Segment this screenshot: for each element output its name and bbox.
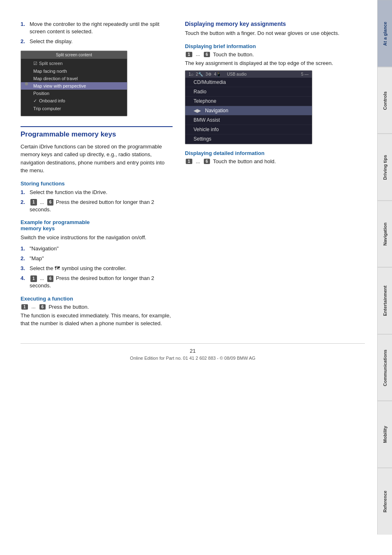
two-column-layout: 1. Move the controller to the right repe… — [21, 21, 365, 331]
example-paragraph: Switch the voice instructions for the na… — [21, 234, 173, 242]
intro-steps-list: 1. Move the controller to the right repe… — [21, 21, 173, 46]
split-screen-item: ☑Split screen — [21, 60, 127, 67]
split-screen-item: Map direction of travel — [21, 75, 127, 82]
main-content: 1. Move the controller to the right repe… — [0, 0, 377, 534]
section-title-programmable: Programmable memory keys — [21, 126, 173, 139]
right-column: Displaying memory key assignments Touch … — [185, 21, 357, 331]
memory-paragraph: Touch the button with a finger. Do not w… — [185, 29, 357, 37]
sub-section-executing: Executing a function — [21, 296, 173, 302]
split-screen-items: ☑Split screen Map facing north Map direc… — [21, 59, 127, 113]
sidebar-tab-reference[interactable]: Reference — [378, 468, 392, 535]
section-paragraph: Certain iDrive functions can be stored o… — [21, 143, 173, 175]
menu-items-list: CD/Multimedia Radio Telephone ◀▶Navigati… — [185, 78, 312, 144]
split-screen-item: Trip computer — [21, 105, 127, 112]
list-item: 1. "Navigation" — [21, 245, 173, 252]
executing-paragraph: The function is executed immediately. Th… — [21, 312, 173, 328]
button-badge-1e: 1 — [186, 159, 192, 164]
menu-screenshot: 1⌕ 2🔧 3⚙ 4📱 USB audio 5 — CD/Multimedia … — [185, 70, 312, 144]
list-item: 3. Select the 🗺 symbol using the control… — [21, 265, 173, 272]
sub-section-storing: Storing functions — [21, 180, 173, 187]
brief-title: Displaying brief information — [185, 43, 357, 49]
sidebar-tab-controls[interactable]: Controls — [378, 67, 392, 134]
button-badge-6e: 6 — [204, 159, 210, 164]
menu-item-vehicle-info: Vehicle info — [185, 125, 312, 134]
list-item: 2. 1 ... 6 Press the desired button for … — [21, 199, 173, 213]
sub-section-example: Example for programmablememory keys — [21, 219, 173, 231]
sidebar-tabs: At a glance Controls Driving tips Naviga… — [377, 0, 392, 534]
menu-topbar-items: 1⌕ 2🔧 3⚙ 4📱 USB audio — [189, 72, 298, 76]
brief-paragraph: The key assignment is displayed at the t… — [185, 59, 357, 67]
footer: 21 Online Edition for Part no. 01 41 2 6… — [21, 343, 365, 361]
sidebar-tab-communications[interactable]: Communications — [378, 334, 392, 401]
list-item: 2. Select the display. — [21, 38, 173, 45]
list-item: 1. Move the controller to the right repe… — [21, 21, 173, 35]
sidebar-tab-at-a-glance[interactable]: At a glance — [378, 0, 392, 67]
sidebar-tab-navigation[interactable]: Navigation — [378, 201, 392, 268]
detailed-step-row: 1 ... 6 Touch the button and hold. — [185, 158, 357, 164]
split-screen-item: Map facing north — [21, 67, 127, 75]
list-item: 4. 1 ... 6 Press the desired button for … — [21, 275, 173, 289]
sidebar-tab-driving-tips[interactable]: Driving tips — [378, 134, 392, 201]
button-badge-6: 6 — [47, 199, 54, 206]
menu-item-bmw-assist: BMW Assist — [185, 116, 312, 125]
split-screen-title: Split screen content — [21, 51, 127, 59]
menu-item-telephone: Telephone — [185, 97, 312, 106]
button-badge-1: 1 — [30, 199, 37, 206]
button-badge-6b: 6 — [47, 275, 54, 282]
split-screen-image: Split screen content ☑Split screen Map f… — [21, 51, 127, 116]
menu-item-navigation: ◀▶Navigation — [185, 106, 312, 116]
memory-title: Displaying memory key assignments — [185, 21, 357, 27]
storing-steps-list: 1. Select the function via the iDrive. 2… — [21, 189, 173, 214]
menu-item-cd: CD/Multimedia — [185, 78, 312, 87]
split-screen-item: Onboard info — [21, 97, 127, 105]
split-screen-item-highlighted: Map view with perspective — [21, 82, 127, 90]
brief-step-row: 1 ... 6 Touch the button. — [185, 51, 357, 58]
menu-item-radio: Radio — [185, 87, 312, 97]
button-badge-6d: 6 — [204, 52, 210, 57]
executing-step-row: 1 ... 6 Press the button. — [21, 304, 173, 310]
detailed-title: Displaying detailed information — [185, 150, 357, 156]
button-badge-6c: 6 — [39, 304, 46, 310]
menu-topbar: 1⌕ 2🔧 3⚙ 4📱 USB audio 5 — — [185, 71, 312, 78]
footer-text: Online Edition for Part no. 01 41 2 602 … — [21, 356, 365, 361]
button-badge-1b: 1 — [30, 275, 37, 282]
split-screen-item: Position — [21, 90, 127, 97]
page-number: 21 — [21, 348, 365, 354]
menu-item-settings: Settings — [185, 134, 312, 144]
list-item: 1. Select the function via the iDrive. — [21, 189, 173, 196]
button-badge-1c: 1 — [21, 304, 28, 310]
sidebar-tab-mobility[interactable]: Mobility — [378, 401, 392, 468]
left-column: 1. Move the controller to the right repe… — [21, 21, 173, 331]
button-badge-1d: 1 — [186, 52, 192, 57]
example-steps-list: 1. "Navigation" 2. "Map" 3. Select the 🗺… — [21, 245, 173, 290]
list-item: 2. "Map" — [21, 255, 173, 262]
sidebar-tab-entertainment[interactable]: Entertainment — [378, 267, 392, 334]
